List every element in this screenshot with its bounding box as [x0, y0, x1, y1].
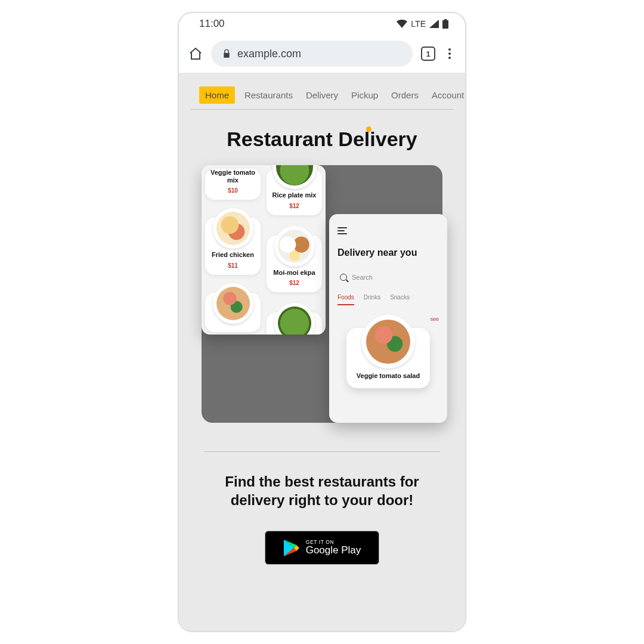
mock-phone-home: Delivery near you Search Foods Drinks Sn…: [329, 214, 447, 423]
food-price: $12: [269, 203, 320, 209]
hamburger-icon: [338, 227, 348, 234]
food-name: Rice plate mix: [269, 191, 320, 199]
food-name: Fried chicken: [208, 251, 258, 259]
hero-title-text: Restaurant Delivery: [227, 128, 417, 150]
dish-image: [213, 208, 253, 249]
network-label: LTE: [411, 19, 426, 29]
showcase-graphic: Veggie tomato mix $10 Fried chicken $11: [202, 165, 442, 423]
status-time: 11:00: [199, 18, 225, 30]
dish-image: [273, 165, 317, 189]
address-url: example.com: [237, 48, 301, 60]
mock-tab-foods: Foods: [338, 294, 354, 305]
more-menu-icon[interactable]: [444, 48, 456, 59]
address-bar[interactable]: example.com: [211, 41, 413, 67]
food-card: [267, 312, 322, 335]
food-name: Moi-moi ekpa: [269, 269, 320, 277]
dish-image: [361, 315, 415, 369]
food-price: $10: [208, 187, 258, 194]
battery-icon: [442, 19, 448, 29]
nav-tab-delivery[interactable]: Delivery: [302, 86, 342, 104]
status-right: LTE: [397, 19, 448, 29]
food-price: $11: [208, 262, 258, 269]
tab-count[interactable]: 1: [421, 47, 435, 61]
dish-image: [213, 283, 253, 324]
nav-tab-restaurants[interactable]: Restaurants: [241, 86, 296, 104]
mock-tabs: Foods Drinks Snacks: [338, 294, 439, 305]
mock-title: Delivery near you: [338, 247, 439, 258]
mock-search-placeholder: Search: [352, 274, 373, 281]
play-line2: Google Play: [306, 545, 361, 556]
food-name: Veggie tomato salad: [350, 372, 426, 380]
browser-bar: example.com 1: [179, 35, 465, 73]
nav-tab-orders[interactable]: Orders: [388, 86, 422, 104]
food-card: Fried chicken $11: [205, 218, 261, 275]
mock-search: Search: [338, 270, 439, 290]
dish-image: [274, 303, 315, 335]
food-card: Moi-moi ekpa $12: [267, 236, 322, 293]
cta-title: Find the best restaurants for delivery r…: [197, 472, 447, 509]
wifi-icon: [397, 20, 407, 28]
nav-tab-pickup[interactable]: Pickup: [348, 86, 382, 104]
google-play-icon: [283, 539, 300, 557]
food-price: $12: [269, 280, 320, 286]
accent-dot: [366, 126, 371, 132]
lock-icon: [222, 49, 231, 58]
signal-icon: [429, 20, 439, 28]
food-card: Veggie tomato mix $10: [205, 169, 261, 200]
device-frame: 11:00 LTE example.com 1 Home Restaurants…: [178, 12, 466, 632]
google-play-badge[interactable]: GET IT ON Google Play: [265, 531, 379, 565]
page-content: Home Restaurants Delivery Pickup Orders …: [179, 73, 465, 631]
divider: [204, 451, 440, 452]
mock-tab-snacks: Snacks: [390, 294, 410, 305]
food-name: Veggie tomato mix: [208, 169, 258, 184]
hero-title: Restaurant Delivery: [179, 128, 465, 151]
nav-tab-home[interactable]: Home: [199, 86, 235, 104]
dish-image: [274, 226, 315, 267]
nav-tab-account[interactable]: Account: [428, 86, 465, 104]
google-play-text: GET IT ON Google Play: [306, 540, 361, 556]
site-nav: Home Restaurants Delivery Pickup Orders …: [191, 81, 453, 110]
food-card: Rice plate mix $12: [267, 169, 322, 215]
search-icon: [340, 274, 347, 281]
mock-food-card: Veggie tomato salad: [346, 328, 430, 388]
mock-tab-drinks: Drinks: [364, 294, 380, 305]
home-icon[interactable]: [188, 47, 203, 61]
food-card: [205, 293, 261, 332]
mock-phone-menu: Veggie tomato mix $10 Fried chicken $11: [202, 165, 326, 335]
status-bar: 11:00 LTE: [179, 13, 465, 35]
